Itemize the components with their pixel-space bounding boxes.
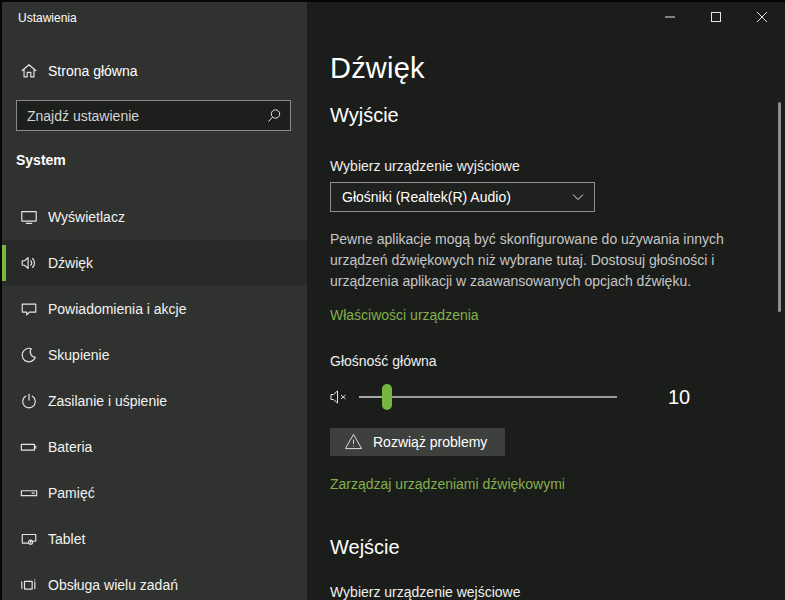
volume-slider-row: 10 <box>330 382 745 412</box>
sidebar-item-power[interactable]: Zasilanie i uśpienie <box>2 378 307 424</box>
sidebar-item-display[interactable]: Wyświetlacz <box>2 194 307 240</box>
scrollbar-thumb[interactable] <box>778 102 781 312</box>
sidebar: Ustawienia Strona główna System <box>2 2 307 600</box>
storage-icon <box>20 484 38 502</box>
volume-value: 10 <box>668 386 690 409</box>
search-input[interactable] <box>17 108 266 124</box>
manage-sound-devices-link[interactable]: Zarządzaj urządzeniami dźwiękowymi <box>330 476 565 492</box>
sidebar-item-home[interactable]: Strona główna <box>2 55 307 87</box>
power-icon <box>20 392 38 410</box>
sidebar-item-tablet[interactable]: Tablet <box>2 516 307 562</box>
sidebar-item-multitasking[interactable]: Obsługa wielu zadań <box>2 562 307 600</box>
battery-icon <box>20 438 38 456</box>
search-box <box>16 100 291 131</box>
window-title: Ustawienia <box>18 11 77 25</box>
speaker-icon <box>20 254 38 272</box>
chevron-down-icon <box>572 193 584 201</box>
focus-moon-icon <box>20 346 38 364</box>
volume-slider-thumb[interactable] <box>382 384 392 410</box>
main-panel: Dźwięk Wyjście Wybierz urządzenie wyjści… <box>307 2 785 600</box>
volume-slider[interactable] <box>359 396 617 398</box>
selected-accent-bar <box>2 245 6 281</box>
sidebar-item-notifications[interactable]: Powiadomienia i akcje <box>2 286 307 332</box>
speaker-mute-icon[interactable] <box>330 388 350 406</box>
volume-slider-fill <box>359 396 382 398</box>
maximize-button[interactable] <box>693 2 739 32</box>
output-device-label: Wybierz urządzenie wyjściowe <box>330 158 745 174</box>
output-description: Pewne aplikacje mogą być skonfigurowane … <box>330 229 744 292</box>
output-device-value: Głośniki (Realtek(R) Audio) <box>342 189 572 205</box>
settings-window: Ustawienia Strona główna System <box>0 0 785 600</box>
notifications-icon <box>20 300 38 318</box>
master-volume-label: Głośność główna <box>330 353 745 369</box>
sidebar-section-system: System <box>16 152 66 168</box>
input-section-title: Wejście <box>330 536 745 559</box>
sidebar-nav: Wyświetlacz Dźwięk Powiadomienia i akcje <box>2 194 307 600</box>
page-title: Dźwięk <box>330 52 745 85</box>
sidebar-item-focus[interactable]: Skupienie <box>2 332 307 378</box>
window-controls <box>647 2 785 32</box>
search-icon[interactable] <box>266 108 282 124</box>
sidebar-item-battery[interactable]: Bateria <box>2 424 307 470</box>
multitasking-icon <box>20 576 38 594</box>
sidebar-item-sound[interactable]: Dźwięk <box>2 240 307 286</box>
minimize-button[interactable] <box>647 2 693 32</box>
troubleshoot-label: Rozwiąż problemy <box>373 434 487 450</box>
tablet-icon <box>20 530 38 548</box>
output-section-title: Wyjście <box>330 104 745 127</box>
input-device-label: Wybierz urządzenie wejściowe <box>330 584 745 600</box>
display-icon <box>20 208 38 226</box>
home-label: Strona główna <box>48 63 138 79</box>
home-icon <box>20 62 38 80</box>
sidebar-item-storage[interactable]: Pamięć <box>2 470 307 516</box>
output-device-select[interactable]: Głośniki (Realtek(R) Audio) <box>330 182 595 212</box>
warning-icon <box>344 433 363 450</box>
troubleshoot-button[interactable]: Rozwiąż problemy <box>330 428 505 456</box>
close-button[interactable] <box>739 2 785 32</box>
device-properties-link[interactable]: Właściwości urządzenia <box>330 307 479 323</box>
